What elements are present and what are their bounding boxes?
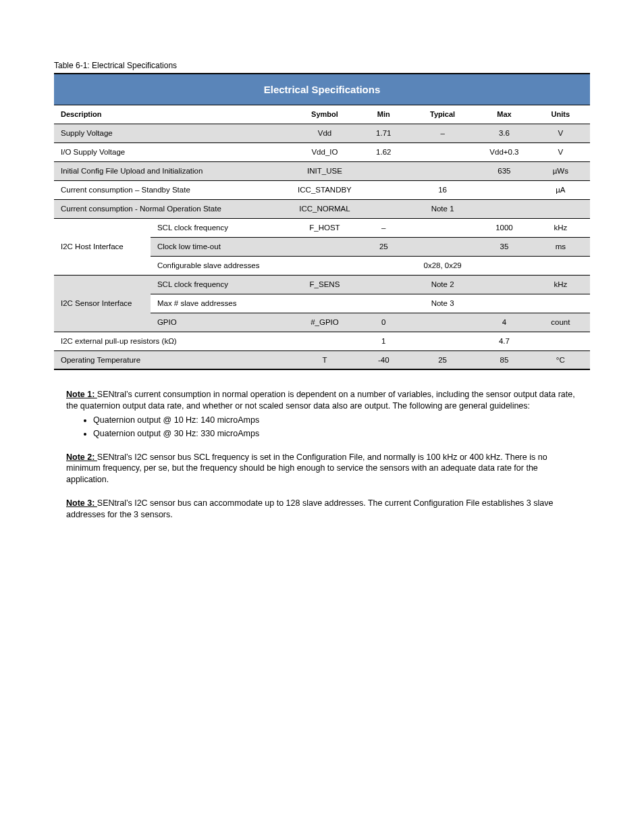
cell: Current consumption - Normal Operation S…	[54, 199, 290, 218]
header-description: Description	[54, 105, 290, 124]
table-row: I2C Host Interface SCL clock frequency F…	[54, 218, 590, 237]
cell: kHz	[531, 218, 590, 237]
cell	[290, 332, 359, 350]
footnote-3-body: SENtral’s I2C sensor bus can accommodate…	[66, 498, 553, 519]
cell: GPIO	[151, 313, 290, 332]
cell: SCL clock frequency	[151, 275, 290, 294]
cell	[531, 332, 590, 350]
cell	[408, 142, 477, 161]
cell	[477, 256, 531, 275]
cell	[360, 199, 408, 218]
cell: INIT_USE	[290, 161, 359, 180]
cell: 25	[408, 350, 477, 369]
cell	[360, 161, 408, 180]
cell: V	[531, 142, 590, 161]
cell	[360, 294, 408, 313]
cell: °C	[531, 350, 590, 369]
cell: V	[531, 124, 590, 142]
table-row: Current consumption - Normal Operation S…	[54, 199, 590, 218]
cell: 0	[360, 313, 408, 332]
cell: Initial Config File Upload and Initializ…	[54, 161, 290, 180]
cell	[290, 256, 359, 275]
footnote-2-body: SENtral’s I2C sensor bus SCL frequency i…	[66, 452, 547, 485]
cell	[408, 161, 477, 180]
cell	[360, 180, 408, 199]
cell: µWs	[531, 161, 590, 180]
cell: 4	[477, 313, 531, 332]
cell: µA	[531, 180, 590, 199]
cell	[477, 294, 531, 313]
header-typical: Typical	[408, 105, 477, 124]
cell: 1.62	[360, 142, 408, 161]
cell: 1.71	[360, 124, 408, 142]
cell: 1	[360, 332, 408, 350]
cell: Current consumption – Standby State	[54, 180, 290, 199]
cell: 1000	[477, 218, 531, 237]
cell: Vdd	[290, 124, 359, 142]
cell: I2C external pull-up resistors (kΩ)	[54, 332, 290, 350]
cell	[531, 294, 590, 313]
table-row: I/O Supply Voltage Vdd_IO 1.62 Vdd+0.3 V	[54, 142, 590, 161]
group-host-label: I2C Host Interface	[54, 218, 151, 275]
table-row: Supply Voltage Vdd 1.71 – 3.6 V	[54, 124, 590, 142]
cell: –	[360, 218, 408, 237]
footnote-1-li2: Quaternion output @ 30 Hz: 330 microAmps	[93, 428, 578, 440]
cell	[360, 275, 408, 294]
cell	[408, 332, 477, 350]
cell: #_GPIO	[290, 313, 359, 332]
table-row: Operating Temperature T -40 25 85 °C	[54, 350, 590, 369]
table-banner: Electrical Specifications	[54, 74, 590, 105]
footnote-1: Note 1: SENtral’s current consumption in…	[66, 389, 578, 440]
footnote-2-lead: Note 2:	[66, 452, 97, 462]
cell: Operating Temperature	[54, 350, 290, 369]
cell: 35	[477, 237, 531, 256]
footnote-2: Note 2: SENtral’s I2C sensor bus SCL fre…	[66, 452, 578, 486]
table-row: Initial Config File Upload and Initializ…	[54, 161, 590, 180]
cell: 25	[360, 237, 408, 256]
electrical-specs-table: Electrical Specifications Description Sy…	[54, 73, 590, 370]
cell: 635	[477, 161, 531, 180]
cell	[477, 199, 531, 218]
cell: Max # slave addresses	[151, 294, 290, 313]
cell	[360, 256, 408, 275]
footnotes-block: Note 1: SENtral’s current consumption in…	[54, 389, 590, 521]
cell: 4.7	[477, 332, 531, 350]
cell: Vdd_IO	[290, 142, 359, 161]
cell: Supply Voltage	[54, 124, 290, 142]
cell: 0x28, 0x29	[408, 256, 477, 275]
cell: Note 2	[408, 275, 477, 294]
cell: I/O Supply Voltage	[54, 142, 290, 161]
cell	[290, 237, 359, 256]
cell: ICC_STANDBY	[290, 180, 359, 199]
cell: ICC_NORMAL	[290, 199, 359, 218]
header-max: Max	[477, 105, 531, 124]
cell: 85	[477, 350, 531, 369]
cell: ms	[531, 237, 590, 256]
cell: count	[531, 313, 590, 332]
cell: Clock low time-out	[151, 237, 290, 256]
table-row: I2C Sensor Interface SCL clock frequency…	[54, 275, 590, 294]
cell	[531, 256, 590, 275]
cell	[408, 313, 477, 332]
cell	[477, 180, 531, 199]
cell: T	[290, 350, 359, 369]
cell: Configurable slave addresses	[151, 256, 290, 275]
cell: 16	[408, 180, 477, 199]
header-min: Min	[360, 105, 408, 124]
cell: Vdd+0.3	[477, 142, 531, 161]
footnote-1-lead: Note 1:	[66, 390, 97, 399]
header-units: Units	[531, 105, 590, 124]
group-sensor-label: I2C Sensor Interface	[54, 275, 151, 332]
cell: –	[408, 124, 477, 142]
cell: -40	[360, 350, 408, 369]
table-caption: Table 6-1: Electrical Specifications	[54, 61, 590, 70]
cell	[290, 294, 359, 313]
cell: Note 1	[408, 199, 477, 218]
cell: Note 3	[408, 294, 477, 313]
footnote-1-body: SENtral’s current consumption in normal …	[66, 390, 575, 411]
cell	[477, 275, 531, 294]
cell: 3.6	[477, 124, 531, 142]
cell	[408, 237, 477, 256]
table-row: Current consumption – Standby State ICC_…	[54, 180, 590, 199]
footnote-1-li1: Quaternion output @ 10 Hz: 140 microAmps	[93, 415, 578, 426]
